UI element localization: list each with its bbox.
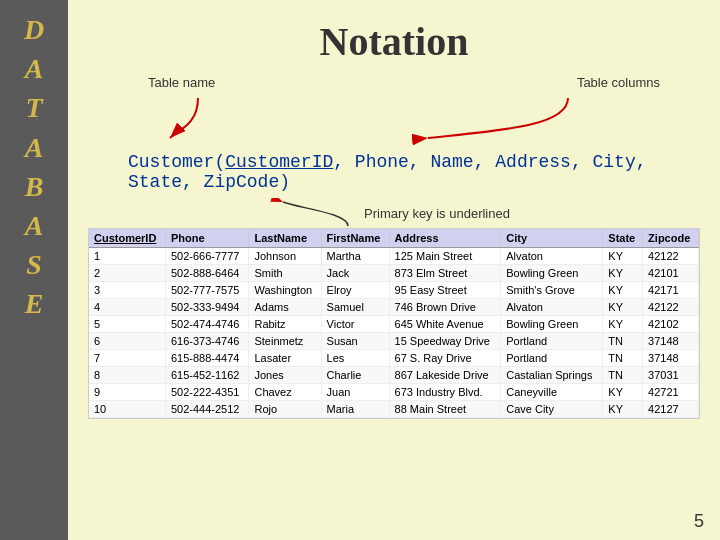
- main-content: Notation Table name Table columns: [68, 0, 720, 540]
- table-row: 8615-452-1162JonesCharlie867 Lakeside Dr…: [89, 367, 699, 384]
- table-cell: 125 Main Street: [389, 248, 501, 265]
- table-cell: 5: [89, 316, 165, 333]
- page-number: 5: [694, 511, 704, 532]
- table-cell: 4: [89, 299, 165, 316]
- table-cell: Cave City: [501, 401, 603, 418]
- table-row: 9502-222-4351ChavezJuan673 Industry Blvd…: [89, 384, 699, 401]
- table-cell: 502-666-7777: [165, 248, 248, 265]
- table-cell: 502-222-4351: [165, 384, 248, 401]
- table-cell: KY: [603, 265, 643, 282]
- table-cell: Alvaton: [501, 248, 603, 265]
- sidebar-letter: B: [25, 167, 44, 206]
- table-cell: TN: [603, 333, 643, 350]
- column-header-customerid: CustomerID: [89, 229, 165, 248]
- table-cell: 502-444-2512: [165, 401, 248, 418]
- customer-table: CustomerIDPhoneLastNameFirstNameAddressC…: [89, 229, 699, 418]
- column-header-city: City: [501, 229, 603, 248]
- table-cell: Portland: [501, 350, 603, 367]
- table-cell: Smith's Grove: [501, 282, 603, 299]
- table-cell: 15 Speedway Drive: [389, 333, 501, 350]
- table-cell: Jack: [321, 265, 389, 282]
- table-cell: 42721: [643, 384, 699, 401]
- sidebar-letter: A: [25, 206, 44, 245]
- column-header-state: State: [603, 229, 643, 248]
- sidebar: const sidebarData = JSON.parse(document.…: [0, 0, 68, 540]
- table-cell: Lasater: [249, 350, 321, 367]
- sidebar-letter: S: [26, 245, 42, 284]
- table-cell: Castalian Springs: [501, 367, 603, 384]
- header-row: CustomerIDPhoneLastNameFirstNameAddressC…: [89, 229, 699, 248]
- sidebar-letter: D: [24, 10, 44, 49]
- table-cell: Washington: [249, 282, 321, 299]
- table-row: 4502-333-9494AdamsSamuel746 Brown DriveA…: [89, 299, 699, 316]
- table-cell: 42127: [643, 401, 699, 418]
- table-cell: Bowling Green: [501, 316, 603, 333]
- table-cell: 7: [89, 350, 165, 367]
- table-row: 7615-888-4474LasaterLes67 S. Ray DrivePo…: [89, 350, 699, 367]
- column-header-address: Address: [389, 229, 501, 248]
- table-cell: Johnson: [249, 248, 321, 265]
- column-header-zipcode: Zipcode: [643, 229, 699, 248]
- table-row: 3502-777-7575WashingtonElroy95 Easy Stre…: [89, 282, 699, 299]
- table-row: 6616-373-4746SteinmetzSusan15 Speedway D…: [89, 333, 699, 350]
- table-cell: Juan: [321, 384, 389, 401]
- table-cell: KY: [603, 282, 643, 299]
- customer-definition-line: Customer(CustomerID, Phone, Name, Addres…: [88, 150, 700, 198]
- table-header: CustomerIDPhoneLastNameFirstNameAddressC…: [89, 229, 699, 248]
- table-cell: 3: [89, 282, 165, 299]
- table-cell: 673 Industry Blvd.: [389, 384, 501, 401]
- table-cell: 645 White Avenue: [389, 316, 501, 333]
- table-cell: Victor: [321, 316, 389, 333]
- table-cell: 88 Main Street: [389, 401, 501, 418]
- table-cell: Smith: [249, 265, 321, 282]
- table-cell: 67 S. Ray Drive: [389, 350, 501, 367]
- table-cell: 867 Lakeside Drive: [389, 367, 501, 384]
- table-cell: KY: [603, 316, 643, 333]
- table-cell: 42171: [643, 282, 699, 299]
- table-cell: Samuel: [321, 299, 389, 316]
- annotation-container: Table name Table columns Customer(Custom…: [88, 75, 700, 228]
- customer-keyword: Customer(: [128, 152, 225, 172]
- primary-key-label: Primary key is underlined: [364, 206, 510, 229]
- table-cell: KY: [603, 401, 643, 418]
- table-cell: Susan: [321, 333, 389, 350]
- table-cell: 10: [89, 401, 165, 418]
- table-cell: 42101: [643, 265, 699, 282]
- table-cell: 615-452-1162: [165, 367, 248, 384]
- table-cell: TN: [603, 367, 643, 384]
- table-cell: Chavez: [249, 384, 321, 401]
- table-cell: Steinmetz: [249, 333, 321, 350]
- sidebar-letter: T: [25, 88, 42, 127]
- title-area: Notation: [68, 0, 720, 75]
- sidebar-letter: A: [25, 128, 44, 167]
- column-header-firstname: FirstName: [321, 229, 389, 248]
- table-row: 5502-474-4746RabitzVictor645 White Avenu…: [89, 316, 699, 333]
- table-cell: KY: [603, 299, 643, 316]
- table-cell: Alvaton: [501, 299, 603, 316]
- table-name-label: Table name: [148, 75, 215, 90]
- table-cell: 873 Elm Street: [389, 265, 501, 282]
- table-cell: 2: [89, 265, 165, 282]
- table-cell: Maria: [321, 401, 389, 418]
- table-cell: Jones: [249, 367, 321, 384]
- column-header-lastname: LastName: [249, 229, 321, 248]
- table-cell: KY: [603, 384, 643, 401]
- table-cell: Adams: [249, 299, 321, 316]
- table-cell: 6: [89, 333, 165, 350]
- table-cell: KY: [603, 248, 643, 265]
- page-title: Notation: [320, 19, 469, 64]
- table-cell: Elroy: [321, 282, 389, 299]
- table-columns-label: Table columns: [577, 75, 660, 90]
- table-row: 10502-444-2512RojoMaria88 Main StreetCav…: [89, 401, 699, 418]
- table-cell: 37148: [643, 350, 699, 367]
- table-cell: Martha: [321, 248, 389, 265]
- table-cell: 746 Brown Drive: [389, 299, 501, 316]
- table-cell: 9: [89, 384, 165, 401]
- table-cell: Caneyville: [501, 384, 603, 401]
- table-cell: Les: [321, 350, 389, 367]
- table-cell: 37148: [643, 333, 699, 350]
- annotation-arrows: [88, 90, 700, 150]
- table-cell: Portland: [501, 333, 603, 350]
- table-cell: 1: [89, 248, 165, 265]
- primary-key-field: CustomerID: [225, 152, 333, 172]
